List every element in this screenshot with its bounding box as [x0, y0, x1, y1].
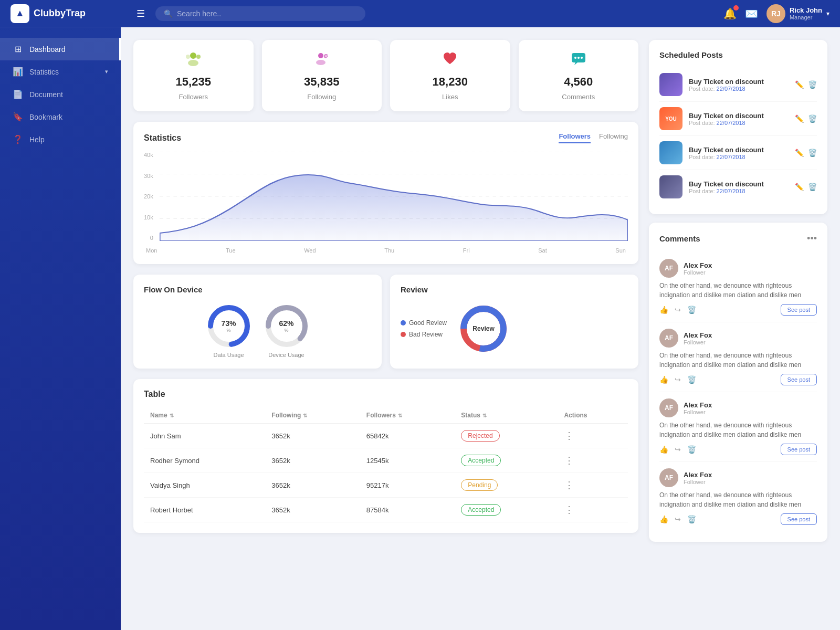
cell-status: Pending: [455, 473, 558, 498]
edit-icon[interactable]: ✏️: [795, 149, 804, 157]
user-role: Manager: [790, 14, 822, 20]
flow-card: Flow On Device 73%: [133, 275, 382, 369]
main-content: 15,235 Followers: [121, 27, 840, 630]
y-label-0: 0: [144, 235, 153, 241]
comment-actions: 👍 ↪ 🗑️ See post: [659, 374, 817, 385]
flow-title: Flow On Device: [144, 285, 371, 294]
svg-point-3: [186, 55, 190, 59]
cell-followers: 12545k: [360, 448, 455, 473]
edit-icon[interactable]: ✏️: [795, 114, 804, 123]
share-icon[interactable]: ↪: [675, 375, 681, 384]
delete-comment-icon[interactable]: 🗑️: [687, 445, 696, 454]
post-actions: ✏️ 🗑️: [795, 114, 817, 123]
cell-actions[interactable]: ⋮: [558, 498, 628, 522]
cell-following: 3652k: [265, 498, 360, 522]
cell-name: Rodher Symond: [144, 448, 265, 473]
svg-point-4: [318, 53, 323, 58]
sidebar-item-statistics[interactable]: 📊 Statistics ▾: [0, 60, 121, 83]
cell-status: Accepted: [455, 448, 558, 473]
review-center-label: Review: [472, 325, 494, 332]
y-label-30k: 30k: [144, 173, 153, 179]
cell-name: Robert Horbet: [144, 498, 265, 522]
statistics-icon: 📊: [13, 67, 23, 77]
post-thumb: YOU: [659, 107, 682, 130]
comment-role: Follower: [684, 339, 712, 345]
comment-item: AF Alex Fox Follower On the other hand, …: [659, 253, 817, 322]
see-post-button[interactable]: See post: [781, 513, 817, 525]
post-date: Post date: 22/07/2018: [689, 120, 789, 126]
following-value: 35,835: [304, 75, 339, 89]
delete-icon[interactable]: 🗑️: [808, 80, 817, 89]
delete-icon[interactable]: 🗑️: [808, 114, 817, 123]
comments-more-icon[interactable]: •••: [807, 233, 817, 244]
comments-header: Comments •••: [659, 233, 817, 244]
see-post-button[interactable]: See post: [781, 374, 817, 385]
comment-user: AF Alex Fox Follower: [659, 329, 817, 348]
tab-followers[interactable]: Followers: [559, 132, 591, 143]
sidebar-item-label: Dashboard: [29, 45, 66, 54]
donut-1-label: %: [221, 328, 236, 333]
see-post-button[interactable]: See post: [781, 444, 817, 455]
search-input[interactable]: [177, 9, 357, 18]
action-dots[interactable]: ⋮: [564, 480, 574, 490]
like-icon[interactable]: 👍: [659, 306, 668, 314]
cell-actions[interactable]: ⋮: [558, 424, 628, 448]
svg-point-0: [190, 52, 196, 59]
donut-1-sublabel: Data Usage: [213, 352, 244, 358]
cell-actions[interactable]: ⋮: [558, 473, 628, 498]
share-icon[interactable]: ↪: [675, 306, 681, 314]
delete-comment-icon[interactable]: 🗑️: [687, 515, 696, 523]
cell-following: 3652k: [265, 473, 360, 498]
edit-icon[interactable]: ✏️: [795, 183, 804, 191]
user-area[interactable]: RJ Rick John Manager ▾: [766, 4, 830, 23]
action-dots[interactable]: ⋮: [564, 430, 574, 441]
mail-icon[interactable]: ✉️: [745, 7, 758, 20]
tab-following[interactable]: Following: [599, 132, 628, 143]
chart-tabs: Followers Following: [559, 132, 628, 143]
delete-comment-icon[interactable]: 🗑️: [687, 375, 696, 384]
notification-icon[interactable]: 🔔: [723, 7, 737, 20]
cell-followers: 87584k: [360, 498, 455, 522]
like-icon[interactable]: 👍: [659, 445, 668, 454]
comments-value: 4,560: [564, 75, 593, 89]
two-col-layout: 15,235 Followers: [133, 40, 827, 542]
chart-x-labels: Mon Tue Wed Thu Fri Sat Sun: [144, 247, 628, 254]
comment-text: On the other hand, we denounce with righ…: [659, 421, 817, 439]
share-icon[interactable]: ↪: [675, 515, 681, 523]
sidebar-item-label: Help: [29, 135, 45, 144]
chevron-down-icon: ▾: [826, 10, 830, 17]
hamburger-icon[interactable]: ☰: [134, 6, 147, 22]
like-icon[interactable]: 👍: [659, 375, 668, 384]
legend-good-label: Good Review: [409, 319, 447, 327]
review-inner: Good Review Bad Review: [401, 302, 628, 355]
delete-comment-icon[interactable]: 🗑️: [687, 306, 696, 314]
sidebar-item-dashboard[interactable]: ⊞ Dashboard: [0, 38, 121, 60]
dashboard-icon: ⊞: [13, 44, 23, 54]
delete-icon[interactable]: 🗑️: [808, 183, 817, 191]
chart-header: Statistics Followers Following: [144, 132, 628, 143]
see-post-button[interactable]: See post: [781, 304, 817, 316]
sidebar-item-document[interactable]: 📄 Document: [0, 83, 121, 106]
x-label-wed: Wed: [304, 247, 316, 254]
action-dots[interactable]: ⋮: [564, 455, 574, 466]
post-name: Buy Ticket on discount: [689, 146, 789, 154]
sidebar-item-bookmark[interactable]: 🔖 Bookmark: [0, 106, 121, 128]
review-card: Review Good Review Bad Review: [390, 275, 638, 369]
share-icon[interactable]: ↪: [675, 445, 681, 454]
comment-avatar: AF: [659, 259, 678, 278]
action-dots[interactable]: ⋮: [564, 505, 574, 515]
comments-label: Comments: [562, 93, 595, 101]
like-icon[interactable]: 👍: [659, 515, 668, 523]
comments-list: AF Alex Fox Follower On the other hand, …: [659, 253, 817, 531]
delete-icon[interactable]: 🗑️: [808, 149, 817, 157]
sidebar-item-help[interactable]: ❓ Help: [0, 128, 121, 151]
comment-username: Alex Fox: [684, 261, 712, 269]
donut-2: 62% %: [263, 302, 310, 350]
donut-2-label: %: [279, 328, 293, 333]
document-icon: 📄: [13, 89, 23, 99]
post-name: Buy Ticket on discount: [689, 78, 789, 86]
cell-actions[interactable]: ⋮: [558, 448, 628, 473]
edit-icon[interactable]: ✏️: [795, 80, 804, 89]
post-info: Buy Ticket on discount Post date: 22/07/…: [689, 146, 789, 160]
comments-icon: [570, 50, 587, 71]
